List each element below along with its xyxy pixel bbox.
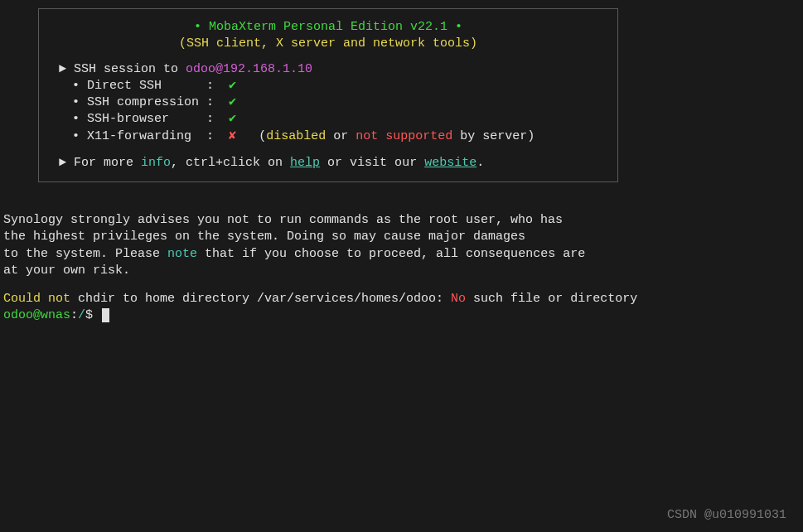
direct-ssh-label: Direct SSH : [87, 79, 229, 93]
compression-label: SSH compression : [87, 95, 229, 109]
browser-label: SSH-browser : [87, 112, 229, 126]
check-icon: ✔ [229, 112, 236, 126]
more-info-line: ► For more info, ctrl+click on help or v… [59, 155, 604, 172]
watermark: CSDN @u010991031 [667, 507, 786, 524]
banner-title: • MobaXterm Personal Edition v22.1 • [194, 20, 462, 34]
motd-text: Synology strongly advises you not to run… [3, 212, 803, 279]
error-could-not: Could not [3, 292, 70, 306]
prompt-line[interactable]: odoo@wnas:/$ [3, 307, 803, 324]
banner-header: • MobaXterm Personal Edition v22.1 • (SS… [52, 19, 604, 53]
motd-line: to the system. Please note that if you c… [3, 246, 803, 263]
cross-icon: ✘ [229, 129, 236, 143]
check-icon: ✔ [229, 95, 236, 109]
motd-line: Synology strongly advises you not to run… [3, 212, 803, 229]
website-link[interactable]: website [424, 156, 476, 170]
motd-line: the highest privileges on the system. Do… [3, 229, 803, 245]
arrow-icon: ► [59, 156, 66, 170]
info-browser: • SSH-browser : ✔ [72, 111, 604, 128]
session-line: ► SSH session to odoo@192.168.1.10 [59, 61, 604, 78]
motd-line: at your own risk. [3, 263, 803, 279]
x11-label: X11-forwarding : [87, 129, 229, 143]
x11-disabled: disabled [266, 129, 326, 143]
session-target: odoo@192.168.1.10 [186, 62, 312, 76]
info-x11: • X11-forwarding : ✘ (disabled or not su… [72, 128, 604, 145]
prompt-user-host: odoo@wnas [3, 308, 70, 322]
x11-not-supported: not supported [356, 129, 452, 143]
arrow-icon: ► [59, 62, 66, 76]
banner-box: • MobaXterm Personal Edition v22.1 • (SS… [38, 8, 618, 182]
terminal-output[interactable]: • MobaXterm Personal Edition v22.1 • (SS… [0, 8, 803, 325]
check-icon: ✔ [229, 79, 236, 93]
session-label: SSH session to [74, 62, 178, 76]
more-info: info [141, 156, 171, 170]
info-direct-ssh: • Direct SSH : ✔ [72, 78, 604, 94]
banner-subtitle: (SSH client, X server and network tools) [179, 36, 477, 51]
cursor-icon [102, 308, 109, 322]
motd-note: note [167, 247, 197, 261]
help-link[interactable]: help [290, 156, 320, 170]
info-compression: • SSH compression : ✔ [72, 94, 604, 111]
error-no: No [451, 292, 466, 306]
error-line: Could not chdir to home directory /var/s… [3, 291, 803, 307]
prompt-path: / [78, 308, 85, 322]
